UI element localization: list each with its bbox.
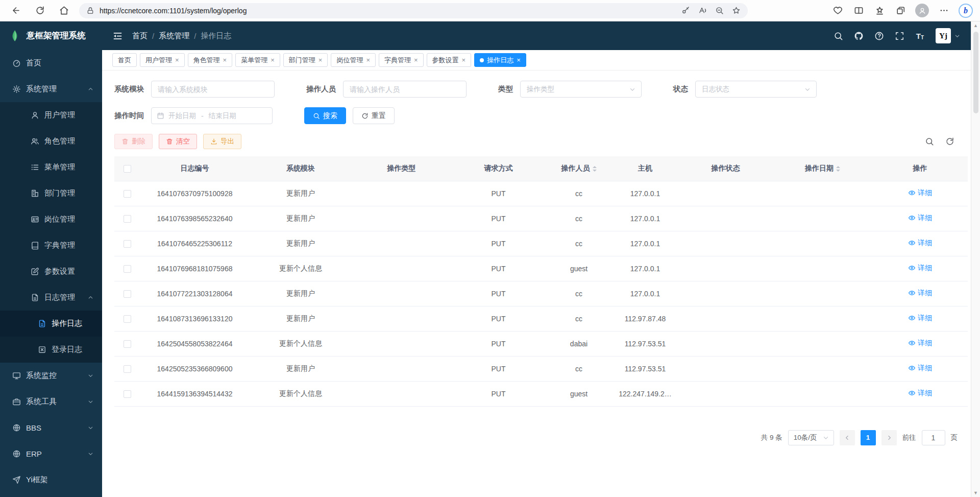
status-select[interactable]: 日志状态 <box>695 81 817 98</box>
goto-page-input[interactable] <box>922 430 945 445</box>
operator-input[interactable] <box>343 81 467 98</box>
home-icon[interactable] <box>57 4 71 17</box>
column-header[interactable]: 请求方式 <box>451 156 546 181</box>
detail-link[interactable]: 详细 <box>908 364 932 373</box>
more-icon[interactable] <box>938 5 950 17</box>
zoom-out-icon[interactable] <box>715 6 724 15</box>
sidebar-item[interactable]: ERP <box>0 441 102 467</box>
row-checkbox[interactable] <box>124 265 131 273</box>
next-page-button[interactable] <box>881 430 897 445</box>
favorite-add-icon[interactable] <box>732 6 741 15</box>
refresh-icon[interactable] <box>33 4 47 17</box>
tab[interactable]: 首页 <box>112 53 137 67</box>
sidebar-item[interactable]: 岗位管理 <box>0 206 102 232</box>
close-icon[interactable]: × <box>414 57 418 63</box>
close-icon[interactable]: × <box>318 57 323 63</box>
tab[interactable]: 角色管理× <box>188 53 233 67</box>
breadcrumb-item[interactable]: 系统管理 <box>159 31 189 41</box>
scrollbar[interactable]: ▲ ▼ <box>971 21 980 497</box>
sort-carets-icon[interactable] <box>836 166 840 172</box>
sidebar-item[interactable]: 系统监控 <box>0 363 102 389</box>
row-checkbox[interactable] <box>124 365 131 373</box>
column-header[interactable]: 操作类型 <box>352 156 451 181</box>
close-icon[interactable]: × <box>223 57 227 63</box>
address-bar[interactable]: https://ccnetcore.com:1101/system/log/op… <box>79 3 748 18</box>
tab[interactable]: 菜单管理× <box>235 53 280 67</box>
sidebar-item[interactable]: Yi框架 <box>0 467 102 493</box>
essentials-icon[interactable] <box>831 5 844 17</box>
collapse-menu-icon[interactable] <box>112 31 123 41</box>
date-range-picker[interactable]: 开始日期 - 结束日期 <box>151 107 273 124</box>
column-header[interactable]: 日志编号 <box>140 156 250 181</box>
toggle-search-icon[interactable] <box>925 137 934 146</box>
scrollbar-thumb[interactable] <box>973 32 978 113</box>
column-header[interactable]: 操作状态 <box>678 156 773 181</box>
bing-icon[interactable]: b <box>959 4 973 18</box>
detail-link[interactable]: 详细 <box>908 289 932 298</box>
row-checkbox[interactable] <box>124 340 131 348</box>
tab[interactable]: 岗位管理× <box>331 53 376 67</box>
prev-page-button[interactable] <box>840 430 855 445</box>
page-size-select[interactable]: 10条/页 <box>788 430 834 445</box>
font-size-icon[interactable]: TT <box>915 31 925 41</box>
sidebar-item[interactable]: 部门管理 <box>0 180 102 206</box>
detail-link[interactable]: 详细 <box>908 188 932 198</box>
column-header[interactable]: 系统模块 <box>250 156 352 181</box>
row-checkbox[interactable] <box>124 240 131 248</box>
sidebar-item[interactable]: 登录日志 <box>0 337 102 363</box>
detail-link[interactable]: 详细 <box>908 339 932 348</box>
sidebar-item[interactable]: 日志管理 <box>0 285 102 311</box>
sidebar-item[interactable]: 字典管理 <box>0 232 102 258</box>
sidebar-item[interactable]: 系统工具 <box>0 389 102 415</box>
sidebar-item[interactable]: 参数设置 <box>0 258 102 285</box>
github-icon[interactable] <box>854 31 864 41</box>
avatar-icon[interactable] <box>915 4 929 17</box>
chevron-down-icon[interactable] <box>954 33 961 39</box>
reset-button[interactable]: 重置 <box>353 107 395 124</box>
select-all-checkbox[interactable] <box>124 165 131 173</box>
breadcrumb-item[interactable]: 首页 <box>132 31 148 41</box>
search-button[interactable]: 搜索 <box>304 107 346 124</box>
sidebar-item[interactable]: 首页 <box>0 50 102 76</box>
sidebar-item[interactable]: 用户管理 <box>0 102 102 128</box>
detail-link[interactable]: 详细 <box>908 314 932 323</box>
detail-link[interactable]: 详细 <box>908 264 932 273</box>
close-icon[interactable]: × <box>462 57 466 63</box>
question-icon[interactable] <box>874 31 884 41</box>
sidebar-item[interactable]: 系统管理 <box>0 76 102 102</box>
module-input[interactable] <box>151 81 275 98</box>
sidebar-item[interactable]: BBS <box>0 415 102 441</box>
column-header[interactable]: 操作日期 <box>773 156 872 181</box>
type-select[interactable]: 操作类型 <box>520 81 642 98</box>
split-screen-icon[interactable] <box>852 5 865 17</box>
back-icon[interactable] <box>9 4 23 17</box>
row-checkbox[interactable] <box>124 215 131 223</box>
sidebar-item[interactable]: 操作日志 <box>0 311 102 337</box>
tab[interactable]: 参数设置× <box>427 53 472 67</box>
sort-carets-icon[interactable] <box>593 166 597 172</box>
row-checkbox[interactable] <box>124 390 131 398</box>
refresh-table-icon[interactable] <box>945 137 954 146</box>
row-checkbox[interactable] <box>124 190 131 198</box>
close-icon[interactable]: × <box>271 57 275 63</box>
column-header[interactable]: 操作人员 <box>546 156 612 181</box>
close-icon[interactable]: × <box>175 57 179 63</box>
row-checkbox[interactable] <box>124 315 131 323</box>
column-header[interactable]: 主机 <box>612 156 678 181</box>
close-icon[interactable]: × <box>366 57 370 63</box>
scroll-up-icon[interactable]: ▲ <box>971 23 980 28</box>
detail-link[interactable]: 详细 <box>908 214 932 223</box>
fullscreen-icon[interactable] <box>895 31 904 41</box>
key-icon[interactable] <box>681 6 690 15</box>
search-icon[interactable] <box>834 31 843 41</box>
user-logo-badge[interactable]: Yj <box>936 28 951 43</box>
delete-button[interactable]: 删除 <box>114 134 153 149</box>
tab[interactable]: 部门管理× <box>283 53 328 67</box>
clear-button[interactable]: 清空 <box>159 134 197 149</box>
detail-link[interactable]: 详细 <box>908 239 932 248</box>
current-page-button[interactable]: 1 <box>861 430 876 445</box>
url-text[interactable]: https://ccnetcore.com:1101/system/log/op… <box>100 7 247 15</box>
sidebar-item[interactable]: 菜单管理 <box>0 154 102 180</box>
collections-icon[interactable] <box>894 5 906 17</box>
sidebar-item[interactable]: 角色管理 <box>0 128 102 154</box>
